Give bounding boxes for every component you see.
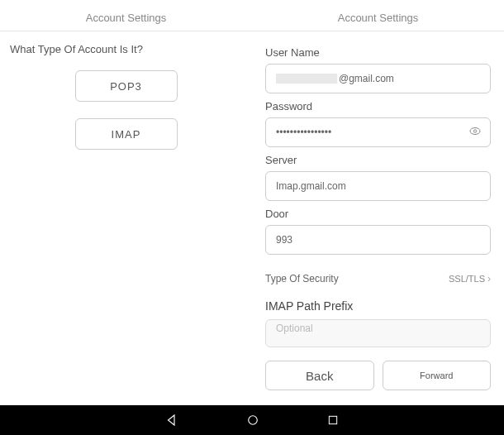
back-button[interactable]: Back (265, 361, 374, 390)
android-nav-bar (0, 405, 504, 435)
svg-point-0 (470, 128, 480, 135)
nav-recent-icon[interactable] (326, 413, 340, 427)
svg-point-2 (249, 416, 258, 425)
left-panel: Account Settings What Type Of Account Is… (0, 0, 252, 405)
imap-prefix-input[interactable] (276, 323, 480, 334)
password-value: •••••••••••••••• (276, 127, 331, 138)
chevron-right-icon: › (487, 273, 491, 284)
password-label: Password (265, 100, 491, 112)
pop3-button[interactable]: POP3 (75, 70, 178, 102)
left-header: Account Settings (0, 0, 252, 31)
door-field[interactable] (265, 225, 491, 255)
username-field[interactable]: @gmail.com (265, 64, 491, 93)
account-type-question: What Type Of Account Is It? (10, 43, 242, 55)
security-value: SSL/TLS › (449, 273, 491, 284)
username-obscured (276, 74, 337, 84)
door-label: Door (265, 208, 491, 220)
username-domain: @gmail.com (339, 73, 394, 84)
imap-prefix-field[interactable] (265, 319, 491, 347)
svg-point-1 (473, 130, 476, 132)
forward-button[interactable]: Forward (383, 361, 492, 390)
security-row[interactable]: Type Of Security SSL/TLS › (265, 273, 491, 284)
imap-prefix-label: IMAP Path Prefix (265, 299, 491, 313)
password-field[interactable]: •••••••••••••••• (265, 117, 491, 147)
server-input[interactable] (276, 180, 480, 192)
svg-rect-3 (329, 416, 336, 423)
right-panel: Account Settings User Name @gmail.com Pa… (252, 0, 504, 405)
nav-home-icon[interactable] (245, 413, 260, 428)
right-header: Account Settings (252, 0, 504, 31)
eye-icon[interactable] (468, 125, 482, 141)
imap-button[interactable]: IMAP (75, 118, 178, 150)
server-label: Server (265, 154, 491, 166)
door-input[interactable] (276, 234, 480, 246)
server-field[interactable] (265, 171, 491, 201)
nav-back-icon[interactable] (164, 413, 179, 428)
username-label: User Name (265, 46, 491, 59)
security-label: Type Of Security (265, 273, 339, 284)
